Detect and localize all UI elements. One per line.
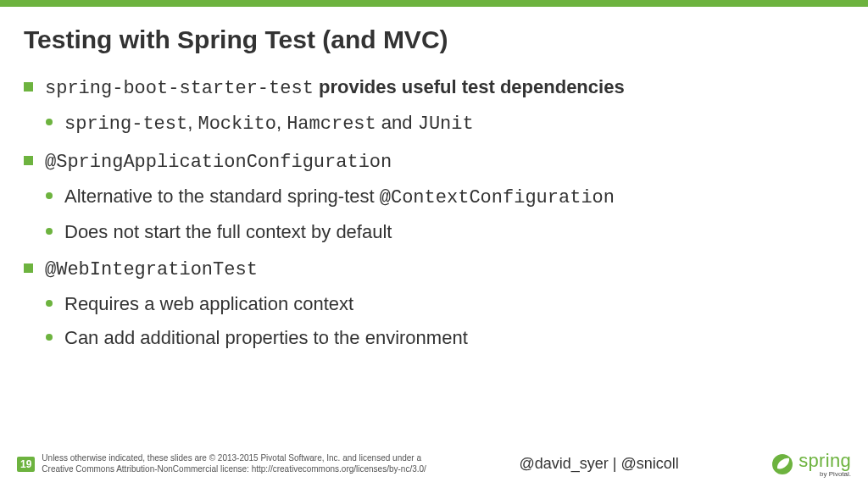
- sub-bullet-text: Can add additional properties to the env…: [64, 325, 468, 351]
- spring-logo: spring by Pivotal.: [771, 450, 851, 478]
- sub-list-item: Requires a web application context: [46, 291, 844, 317]
- license-line-1: Unless otherwise indicated, these slides…: [42, 453, 426, 464]
- main-bullet-row: @WebIntegrationTest: [24, 256, 844, 283]
- list-item: @SpringApplicationConfigurationAlternati…: [24, 148, 844, 244]
- top-accent-bar: [0, 0, 868, 7]
- sub-list: Requires a web application contextCan ad…: [46, 291, 844, 350]
- sub-bullet-text: Alternative to the standard spring-test …: [64, 184, 615, 211]
- round-bullet-icon: [46, 334, 53, 341]
- sub-list-item: Can add additional properties to the env…: [46, 325, 844, 351]
- logo-text: spring: [798, 450, 851, 472]
- square-bullet-icon: [24, 82, 33, 92]
- sub-list-item: spring-test, Mockito, Hamcrest and JUnit: [46, 110, 844, 137]
- main-bullet-text: @SpringApplicationConfiguration: [45, 148, 392, 175]
- main-bullet-text: spring-boot-starter-test provides useful…: [45, 75, 625, 102]
- sub-bullet-text: spring-test, Mockito, Hamcrest and JUnit: [64, 110, 474, 137]
- license-text: Unless otherwise indicated, these slides…: [42, 453, 426, 474]
- main-bullet-row: spring-boot-starter-test provides useful…: [24, 75, 844, 102]
- bullet-list: spring-boot-starter-test provides useful…: [24, 75, 844, 351]
- round-bullet-icon: [46, 300, 53, 307]
- footer-left: 19 Unless otherwise indicated, these sli…: [17, 453, 426, 474]
- sub-bullet-text: Requires a web application context: [64, 291, 353, 317]
- round-bullet-icon: [46, 228, 53, 235]
- square-bullet-icon: [24, 156, 33, 165]
- sub-list-item: Alternative to the standard spring-test …: [46, 184, 844, 211]
- twitter-handles: @david_syer | @snicoll: [519, 455, 678, 473]
- list-item: spring-boot-starter-test provides useful…: [24, 75, 844, 136]
- license-line-2: Creative Commons Attribution-NonCommerci…: [42, 464, 426, 475]
- square-bullet-icon: [24, 263, 33, 273]
- leaf-icon: [771, 453, 793, 475]
- sub-list: Alternative to the standard spring-test …: [46, 184, 844, 244]
- round-bullet-icon: [46, 192, 53, 199]
- round-bullet-icon: [46, 119, 53, 125]
- sub-list-item: Does not start the full context by defau…: [46, 219, 844, 245]
- main-bullet-row: @SpringApplicationConfiguration: [24, 148, 844, 175]
- slide-content: Testing with Spring Test (and MVC) sprin…: [0, 7, 868, 351]
- sub-list: spring-test, Mockito, Hamcrest and JUnit: [46, 110, 844, 137]
- page-title: Testing with Spring Test (and MVC): [24, 25, 844, 54]
- page-number: 19: [17, 457, 35, 472]
- list-item: @WebIntegrationTestRequires a web applic…: [24, 256, 844, 350]
- footer: 19 Unless otherwise indicated, these sli…: [0, 450, 868, 478]
- sub-bullet-text: Does not start the full context by defau…: [64, 219, 392, 245]
- main-bullet-text: @WebIntegrationTest: [45, 256, 258, 283]
